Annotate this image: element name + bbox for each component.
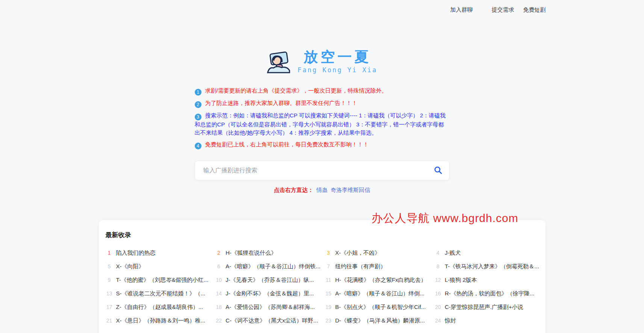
site-logo[interactable]: 放空一夏 Fang Kong Yi Xia xyxy=(98,50,546,74)
list-item[interactable]: 21 X-《悬日》（孙路路＆刘一鸣）稚... xyxy=(105,317,211,324)
notice-list: 1求剧/需要更新的请右上角《提交需求》，一般次日更新，特殊情况除外。 2为了防止… xyxy=(195,87,450,149)
drama-title: C-《词不达意》（黑犬x尘话）咩野... xyxy=(226,317,318,324)
list-item[interactable]: 23 D-《蝶变》（马洋＆风袖）麟潜原... xyxy=(324,317,430,324)
list-item[interactable]: 7 纽约往事（有声剧） xyxy=(324,263,430,270)
rank-number: 24 xyxy=(433,318,442,324)
sleeping-person-icon xyxy=(267,50,290,74)
search-bar xyxy=(195,161,450,180)
quick-link[interactable]: 情蛊 xyxy=(317,187,328,193)
notice-text: 免费短剧已上线，右上角可以前往，每日免费次数互不影响！！！ xyxy=(205,141,369,147)
nav-link[interactable]: 加入群聊 xyxy=(450,6,473,14)
list-item[interactable]: 4 J-贱犬 xyxy=(433,249,539,257)
drama-title: H-《狐狸在说什么》 xyxy=(226,249,277,257)
rank-number: 1 xyxy=(105,250,114,256)
drama-title: 陷入我们的热恋 xyxy=(116,249,156,257)
list-item[interactable]: 24 惊封 xyxy=(433,317,539,324)
drama-title: R-《热的汤，软的面包》（徐宇隆... xyxy=(445,290,534,297)
drama-title: Z-《自由行》（赵成晨&胡良伟）... xyxy=(116,304,203,311)
logo-title: 放空一夏 xyxy=(303,50,371,64)
list-item[interactable]: 3 X-《小姐，不凶》 xyxy=(324,249,430,257)
rank-number: 16 xyxy=(433,290,442,297)
drama-title: T-《他的蜜》（刘思岑&倔强的小红... xyxy=(116,277,209,284)
list-item[interactable]: 10 J-《见春天》（乔苏＆谷江山）纵... xyxy=(214,277,320,284)
nav-link[interactable]: 提交需求 xyxy=(492,6,514,14)
list-item[interactable]: 5 X-《向阳》 xyxy=(105,263,211,270)
drama-title: S-《谁说老二次元不能结婚！》（... xyxy=(116,290,206,297)
logo-subtitle: Fang Kong Yi Xia xyxy=(298,66,377,74)
notice-text: 搜索示范：例如：请磕我和总监的CP 可以搜索如下关键词---- 1：请磕我（可以… xyxy=(195,112,446,136)
latest-grid: 1 陷入我们的热恋 2 H-《狐狸在说什么》 3 X-《小姐，不凶》 4 J-贱… xyxy=(105,246,539,327)
notice-item: 1求剧/需要更新的请右上角《提交需求》，一般次日更新，特殊情况除外。 xyxy=(195,87,450,96)
drama-title: L-狼狗 2版本 xyxy=(445,277,477,284)
rank-number: 4 xyxy=(433,250,442,256)
list-item[interactable]: 6 A-《暗癖》（顺子＆谷江山）绊倒铁... xyxy=(214,263,320,270)
list-item[interactable]: 17 Z-《自由行》（赵成晨&胡良伟）... xyxy=(105,304,211,311)
rank-number: 20 xyxy=(433,304,442,310)
search-icon xyxy=(433,166,442,176)
drama-title: A-《爱情公园》（苏尚卿＆郝祥海... xyxy=(226,304,315,311)
rank-number: 17 xyxy=(105,304,114,310)
watermark-text: 办公人导航 www.bgrdh.com xyxy=(371,211,518,226)
list-item[interactable]: 22 C-《词不达意》（黑犬x尘话）咩野... xyxy=(214,317,320,324)
nav-link[interactable]: 免费短剧 xyxy=(523,6,546,14)
rank-number: 12 xyxy=(433,277,442,283)
rank-number: 11 xyxy=(324,277,333,283)
list-item[interactable]: 2 H-《狐狸在说什么》 xyxy=(214,249,320,257)
drama-title: 纽约往事（有声剧） xyxy=(335,263,386,270)
list-item[interactable]: 20 C-穿堂惊掠琵琶声.广播剧+小说 xyxy=(433,304,539,311)
list-item[interactable]: 15 A-《暗癖》（顺子＆谷江山）绊倒... xyxy=(324,290,430,297)
list-item[interactable]: 8 T-《铁马冰河入梦来》（倒霉死勒＆... xyxy=(433,263,539,270)
quick-link[interactable]: 奇洛李维斯回信 xyxy=(331,187,370,193)
list-item[interactable]: 11 H-《花满楼》（亦之紫Fx白鸦此去） xyxy=(324,277,430,284)
drama-title: 惊封 xyxy=(445,317,456,324)
rank-number: 10 xyxy=(214,277,223,283)
drama-title: J-《金刚不坏》（金弦＆魏超）里... xyxy=(226,290,314,297)
notice-item: 3搜索示范：例如：请磕我和总监的CP 可以搜索如下关键词---- 1：请磕我（可… xyxy=(195,111,450,137)
drama-title: D-《蝶变》（马洋＆风袖）麟潜原... xyxy=(335,317,425,324)
drama-title: X-《悬日》（孙路路＆刘一鸣）稚... xyxy=(116,317,206,324)
list-item[interactable]: 1 陷入我们的热恋 xyxy=(105,249,211,257)
rank-number: 3 xyxy=(324,250,333,256)
drama-title: X-《小姐，不凶》 xyxy=(335,249,380,257)
search-button[interactable] xyxy=(432,164,444,176)
rank-number: 14 xyxy=(214,290,223,297)
drama-title: T-《铁马冰河入梦来》（倒霉死勒＆... xyxy=(445,263,539,270)
drama-title: A-《暗癖》（顺子＆谷江山）绊倒... xyxy=(335,290,425,297)
rank-number: 5 xyxy=(105,263,114,269)
rank-number: 6 xyxy=(214,263,223,269)
notice-item: 2为了防止迷路，推荐大家加入群聊。群里不发任何广告！！！ xyxy=(195,99,450,108)
drama-title: J-《见春天》（乔苏＆谷江山）纵... xyxy=(226,277,314,284)
list-item[interactable]: 13 S-《谁说老二次元不能结婚！》（... xyxy=(105,290,211,297)
notice-number-badge: 2 xyxy=(195,101,202,108)
list-item[interactable]: 9 T-《他的蜜》（刘思岑&倔强的小红... xyxy=(105,277,211,284)
rank-number: 19 xyxy=(324,304,333,310)
drama-title: C-穿堂惊掠琵琶声.广播剧+小说 xyxy=(445,304,523,311)
notice-text: 求剧/需要更新的请右上角《提交需求》，一般次日更新，特殊情况除外。 xyxy=(205,87,387,94)
rank-number: 21 xyxy=(105,318,114,324)
list-item[interactable]: 16 R-《热的汤，软的面包》（徐宇隆... xyxy=(433,290,539,297)
list-item[interactable]: 19 B-《别点火》（顺子＆机智少年Cif... xyxy=(324,304,430,311)
list-item[interactable]: 14 J-《金刚不坏》（金弦＆魏超）里... xyxy=(214,290,320,297)
drama-title: B-《别点火》（顺子＆机智少年Cif... xyxy=(335,304,426,311)
rank-number: 2 xyxy=(214,250,223,256)
drama-title: X-《向阳》 xyxy=(116,263,144,270)
rank-number: 13 xyxy=(105,290,114,297)
top-nav: 加入群聊 提交需求 免费短剧 xyxy=(98,0,546,20)
search-input[interactable] xyxy=(195,161,450,180)
list-item[interactable]: 18 A-《爱情公园》（苏尚卿＆郝祥海... xyxy=(214,304,320,311)
rank-number: 7 xyxy=(324,263,333,269)
drama-title: J-贱犬 xyxy=(445,249,461,257)
rank-number: 23 xyxy=(324,318,333,324)
quick-links-label: 点击右方直达： xyxy=(274,187,314,193)
list-item[interactable]: 12 L-狼狗 2版本 xyxy=(433,277,539,284)
notice-number-badge: 1 xyxy=(195,89,202,96)
rank-number: 9 xyxy=(105,277,114,283)
rank-number: 18 xyxy=(214,304,223,310)
section-title: 最新收录 xyxy=(105,231,539,239)
notice-number-badge: 4 xyxy=(195,143,202,149)
rank-number: 8 xyxy=(433,263,442,269)
notice-item: 4免费短剧已上线，右上角可以前往，每日免费次数互不影响！！！ xyxy=(195,140,450,149)
rank-number: 15 xyxy=(324,290,333,297)
quick-links: 点击右方直达：情蛊奇洛李维斯回信 xyxy=(195,187,450,194)
drama-title: H-《花满楼》（亦之紫Fx白鸦此去） xyxy=(335,277,427,284)
